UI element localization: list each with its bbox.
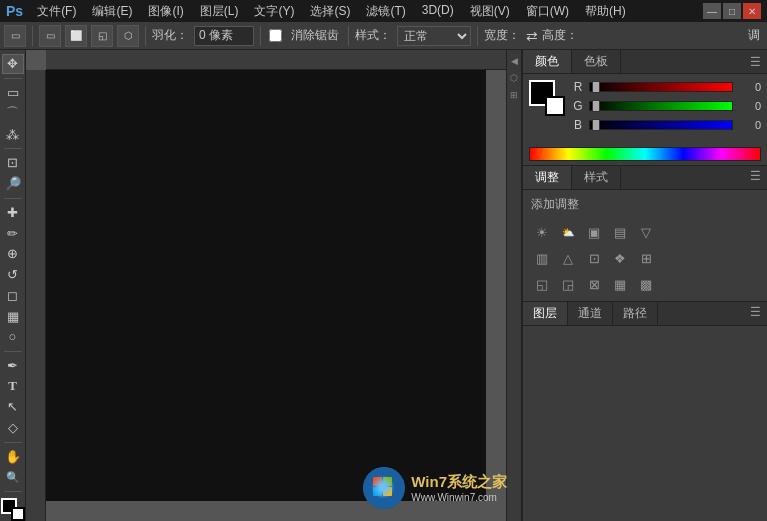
menu-view[interactable]: 视图(V) <box>464 1 516 22</box>
green-slider[interactable] <box>589 101 733 111</box>
color-content: R 0 G 0 B <box>523 74 767 143</box>
blue-slider-row: B 0 <box>571 118 761 132</box>
tool-sep3 <box>4 198 22 199</box>
canvas[interactable] <box>46 70 486 501</box>
close-button[interactable]: ✕ <box>743 3 761 19</box>
tool-history[interactable]: ↺ <box>2 265 24 285</box>
tool-hand[interactable]: ✋ <box>2 446 24 466</box>
menu-window[interactable]: 窗口(W) <box>520 1 575 22</box>
adjust-panel-menu[interactable]: ☰ <box>744 166 767 189</box>
canvas-area[interactable] <box>26 50 506 521</box>
ruler-top <box>46 50 506 70</box>
swatch-background[interactable] <box>545 96 565 116</box>
style-select[interactable]: 正常 固定比例 固定大小 <box>397 26 471 46</box>
green-thumb[interactable] <box>592 100 600 112</box>
panel-icon2[interactable]: ⊞ <box>507 88 521 102</box>
tool-rect-select[interactable]: ▭ <box>2 83 24 103</box>
adjust-panel: 调整 样式 ☰ 添加调整 ☀ ⛅ ▣ ▤ ▽ ▥ △ <box>523 166 767 302</box>
options-rect-btn2[interactable]: ⬜ <box>65 25 87 47</box>
menu-bar: 文件(F) 编辑(E) 图像(I) 图层(L) 文字(Y) 选择(S) 滤镜(T… <box>31 1 703 22</box>
color-swatch-area[interactable] <box>1 498 25 521</box>
color-panel-menu[interactable]: ☰ <box>744 52 767 72</box>
tool-zoom[interactable]: 🔍 <box>2 467 24 487</box>
tab-layers[interactable]: 图层 <box>523 302 568 325</box>
menu-3d[interactable]: 3D(D) <box>416 1 460 22</box>
minimize-button[interactable]: — <box>703 3 721 19</box>
menu-edit[interactable]: 编辑(E) <box>86 1 138 22</box>
options-rect-btn4[interactable]: ⬡ <box>117 25 139 47</box>
tool-gradient[interactable]: ▦ <box>2 306 24 326</box>
adjust-row2: ▥ △ ⊡ ❖ ⊞ <box>531 247 759 269</box>
menu-layer[interactable]: 图层(L) <box>194 1 245 22</box>
adj-exposure[interactable]: ▣ <box>583 221 605 243</box>
tool-move[interactable]: ✥ <box>2 54 24 74</box>
width-arrow[interactable]: ⇄ <box>526 28 538 44</box>
tool-eraser[interactable]: ◻ <box>2 285 24 305</box>
menu-file[interactable]: 文件(F) <box>31 1 82 22</box>
feather-label: 羽化： <box>152 27 188 44</box>
maximize-button[interactable]: □ <box>723 3 741 19</box>
svg-rect-1 <box>373 477 382 486</box>
adj-colorlookup[interactable]: ⊞ <box>635 247 657 269</box>
tab-swatches[interactable]: 色板 <box>572 50 621 73</box>
panel-collapse-top[interactable]: ◀ <box>507 54 521 68</box>
adj-selective-color[interactable]: ▩ <box>635 273 657 295</box>
adj-channelmixer[interactable]: ❖ <box>609 247 631 269</box>
menu-text[interactable]: 文字(Y) <box>248 1 300 22</box>
blue-label: B <box>571 118 585 132</box>
tool-brush[interactable]: ✏ <box>2 223 24 243</box>
tab-color[interactable]: 颜色 <box>523 50 572 73</box>
adj-threshold[interactable]: ⊠ <box>583 273 605 295</box>
antialias-checkbox[interactable] <box>269 29 282 42</box>
tool-pen[interactable]: ✒ <box>2 356 24 376</box>
options-rect-tool[interactable]: ▭ <box>4 25 26 47</box>
adj-hsl[interactable]: ▽ <box>635 221 657 243</box>
tool-type[interactable]: T <box>2 376 24 396</box>
adj-invert[interactable]: ◱ <box>531 273 553 295</box>
adj-colorbalance[interactable]: ▥ <box>531 247 553 269</box>
tool-lasso[interactable]: ⌒ <box>2 103 24 123</box>
tool-dodge[interactable]: ○ <box>2 327 24 347</box>
red-slider[interactable] <box>589 82 733 92</box>
tool-path-select[interactable]: ↖ <box>2 397 24 417</box>
tool-shape[interactable]: ◇ <box>2 418 24 438</box>
layers-panel: 图层 通道 路径 ☰ <box>523 302 767 521</box>
feather-input[interactable] <box>194 26 254 46</box>
tab-paths[interactable]: 路径 <box>613 302 658 325</box>
tool-crop[interactable]: ⊡ <box>2 153 24 173</box>
menu-select[interactable]: 选择(S) <box>304 1 356 22</box>
options-rect-btn1[interactable]: ▭ <box>39 25 61 47</box>
style-label: 样式： <box>355 27 391 44</box>
spectrum-bar[interactable] <box>529 147 761 161</box>
layers-menu[interactable]: ☰ <box>744 302 767 325</box>
menu-help[interactable]: 帮助(H) <box>579 1 632 22</box>
blue-slider[interactable] <box>589 120 733 130</box>
adj-curves[interactable]: ⛅ <box>557 221 579 243</box>
blue-thumb[interactable] <box>592 119 600 131</box>
adj-bw[interactable]: △ <box>557 247 579 269</box>
tool-magic-wand[interactable]: ⁂ <box>2 124 24 144</box>
options-rect-btn3[interactable]: ◱ <box>91 25 113 47</box>
adj-gradient-map[interactable]: ▦ <box>609 273 631 295</box>
panel-icon1[interactable]: ⬡ <box>507 71 521 85</box>
antialias-label: 消除锯齿 <box>291 27 339 44</box>
tab-styles[interactable]: 样式 <box>572 166 621 189</box>
adj-posterize[interactable]: ◲ <box>557 273 579 295</box>
red-thumb[interactable] <box>592 81 600 93</box>
color-swatch[interactable] <box>529 80 565 116</box>
color-panel-tabs: 颜色 色板 ☰ <box>523 50 767 74</box>
menu-image[interactable]: 图像(I) <box>142 1 189 22</box>
adjust-row3: ◱ ◲ ⊠ ▦ ▩ <box>531 273 759 295</box>
tool-eyedropper[interactable]: 🔎 <box>2 174 24 194</box>
tab-adjustments[interactable]: 调整 <box>523 166 572 189</box>
separator2 <box>145 26 146 46</box>
right-panel: 颜色 色板 ☰ R 0 <box>522 50 767 521</box>
adj-brightness[interactable]: ☀ <box>531 221 553 243</box>
menu-filter[interactable]: 滤镜(T) <box>360 1 411 22</box>
tool-heal[interactable]: ✚ <box>2 202 24 222</box>
adj-photofilter[interactable]: ⊡ <box>583 247 605 269</box>
bg-color[interactable] <box>11 507 25 521</box>
tab-channels[interactable]: 通道 <box>568 302 613 325</box>
tool-clone[interactable]: ⊕ <box>2 244 24 264</box>
adj-vibrance[interactable]: ▤ <box>609 221 631 243</box>
